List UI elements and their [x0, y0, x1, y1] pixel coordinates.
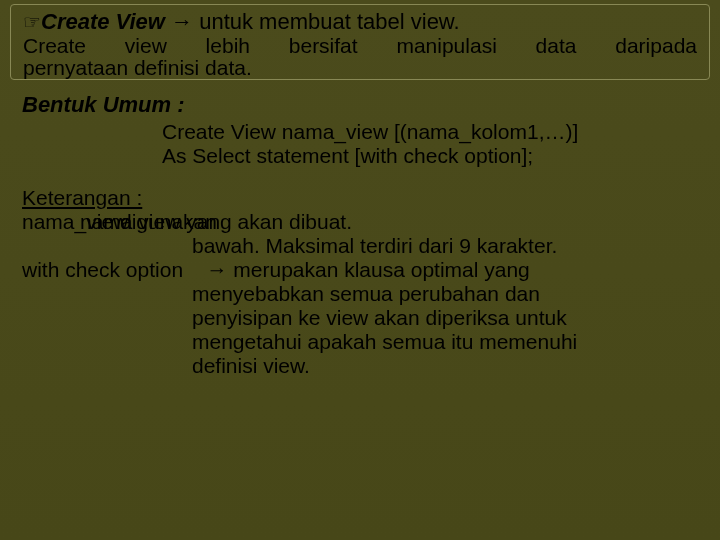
- keterangan-heading: Keterangan :: [22, 186, 698, 210]
- section-heading: Bentuk Umum :: [22, 92, 698, 118]
- wco-line: with check option → merupakan klausa opt…: [22, 258, 698, 282]
- wco-first: merupakan klausa optimal yang: [233, 258, 530, 281]
- wco-label: with check option: [22, 258, 183, 281]
- wco-rest4: definisi view.: [192, 354, 698, 378]
- wco-rest1: menyebabkan semua perubahan dan: [192, 282, 698, 306]
- nama-view-desc2: bawah. Maksimal terdiri dari 9 karakter.: [192, 234, 698, 258]
- title-box: ☞Create View → untuk membuat tabel view.…: [10, 4, 710, 80]
- wco-arrow: →: [206, 258, 227, 281]
- content-area: Bentuk Umum : Create View nama_view [(na…: [22, 92, 698, 378]
- slide: ☞Create View → untuk membuat tabel view.…: [0, 0, 720, 540]
- wco-rest3: mengetahui apakah semua itu memenuhi: [192, 330, 698, 354]
- title-arrow: →: [171, 9, 193, 34]
- wco-rest2: penyisipan ke view akan diperiksa untuk: [192, 306, 698, 330]
- code-line-1: Create View nama_view [(nama_kolom1,…)]: [162, 120, 698, 144]
- pointing-hand-icon: ☞: [23, 11, 41, 33]
- nama-view-line: nama_view nama view yang akan dibuat. di…: [22, 210, 698, 234]
- intro-line2: pernyataan definisi data.: [23, 57, 697, 79]
- code-line-2: As Select statement [with check option];: [162, 144, 698, 168]
- title-name: Create View: [41, 9, 165, 34]
- title-purpose: untuk membuat tabel view.: [199, 9, 459, 34]
- intro-line1: Create view lebih bersifat manipulasi da…: [23, 35, 697, 57]
- overlap-text-c: digunakan: [120, 210, 217, 234]
- code-block: Create View nama_view [(nama_kolom1,…)] …: [162, 120, 698, 168]
- title-line: ☞Create View → untuk membuat tabel view.: [23, 9, 697, 35]
